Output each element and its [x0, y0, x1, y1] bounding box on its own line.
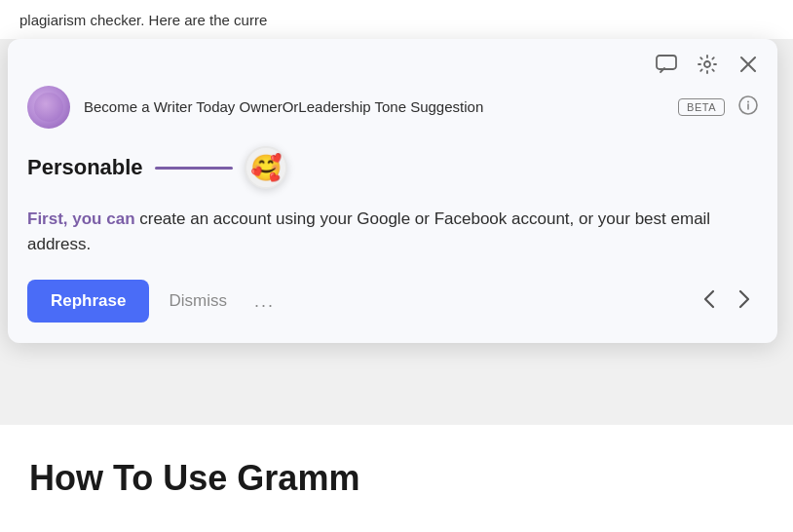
svg-point-1 [704, 61, 710, 67]
suggestion-highlight: First, you can [27, 209, 135, 228]
panel-body: Become a Writer Today OwnerOrLeadership … [8, 86, 777, 343]
svg-rect-0 [657, 56, 676, 69]
background-bottom: How To Use Gramm [0, 425, 793, 532]
close-icon[interactable] [735, 51, 762, 78]
tone-emoji: 🥰 [245, 146, 287, 189]
tone-label: Personable [27, 155, 143, 180]
more-button[interactable]: ... [246, 280, 283, 323]
prev-button[interactable] [696, 285, 723, 318]
chat-icon[interactable] [653, 51, 680, 78]
next-button[interactable] [731, 285, 758, 318]
suggestion-text: First, you can create an account using y… [27, 207, 758, 258]
background-top-text: plagiarism checker. Here are the curre [0, 0, 793, 39]
action-row: Rephrase Dismiss ... [27, 280, 758, 323]
suggestion-panel: Become a Writer Today OwnerOrLeadership … [8, 39, 777, 343]
svg-point-3 [747, 100, 749, 102]
brand-logo [27, 86, 70, 129]
panel-header [8, 39, 777, 86]
tone-slider [155, 167, 233, 170]
tone-row: Personable 🥰 [27, 146, 758, 189]
rephrase-button[interactable]: Rephrase [27, 280, 149, 323]
suggestion-header: Become a Writer Today OwnerOrLeadership … [27, 86, 758, 129]
settings-icon[interactable] [694, 51, 721, 78]
brand-logo-inner [34, 93, 63, 122]
dismiss-button[interactable]: Dismiss [165, 280, 231, 323]
nav-arrows [696, 285, 758, 318]
beta-badge: BETA [678, 98, 725, 116]
background-bottom-text: How To Use Gramm [29, 458, 359, 499]
suggestion-title: Become a Writer Today OwnerOrLeadership … [84, 97, 664, 117]
info-icon[interactable] [738, 95, 758, 120]
